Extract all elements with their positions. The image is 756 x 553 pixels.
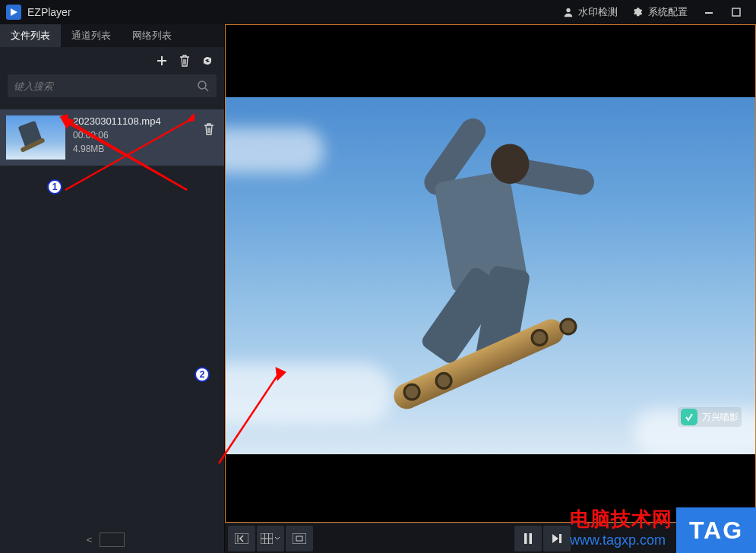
trash-icon	[204, 123, 214, 135]
file-name: 202303011108.mp4	[73, 115, 200, 127]
svg-rect-13	[524, 533, 527, 544]
overlay-site-branding: 电脑技术网 www.tagxp.com	[570, 506, 672, 548]
tab-channel-list[interactable]: 通道列表	[61, 24, 122, 47]
sidebar-tabs: 文件列表 通道列表 网络列表	[0, 24, 224, 47]
overlay-site-name: 电脑技术网	[570, 506, 672, 532]
trash-icon	[179, 55, 190, 67]
file-thumbnail	[6, 115, 65, 160]
user-icon	[563, 7, 574, 17]
watermark-text: 万兴喵影	[702, 411, 739, 424]
file-delete-button[interactable]	[200, 115, 218, 160]
svg-marker-0	[11, 8, 17, 16]
search-box[interactable]	[8, 74, 217, 97]
sidebar-toolbar	[0, 47, 224, 68]
maximize-icon	[732, 8, 741, 17]
annotation-badge-1: 1	[47, 179, 62, 194]
pause-button[interactable]	[514, 526, 542, 551]
fullscreen-icon	[293, 533, 306, 544]
maximize-button[interactable]	[723, 0, 750, 24]
svg-point-4	[198, 81, 206, 89]
next-icon	[552, 533, 562, 544]
video-watermark: 万兴喵影	[678, 407, 742, 427]
pagination: < >	[0, 526, 224, 553]
refresh-icon	[201, 55, 214, 67]
watermark-detect-button[interactable]: 水印检测	[555, 0, 625, 24]
pause-icon	[524, 533, 533, 544]
svg-rect-11	[293, 533, 306, 544]
video-frame: 万兴喵影	[226, 97, 755, 454]
grid-icon	[261, 533, 273, 544]
chevron-down-icon	[274, 536, 280, 542]
toggle-sidebar-button[interactable]	[228, 526, 255, 551]
sidebar: 文件列表 通道列表 网络列表 202303011	[0, 24, 225, 553]
overlay-tag-badge: TAG	[676, 507, 756, 553]
svg-rect-2	[705, 12, 713, 14]
player-area: 万兴喵影	[225, 24, 756, 553]
video-surface[interactable]: 万兴喵影	[225, 24, 756, 523]
file-duration: 00:00:06	[73, 130, 200, 141]
search-input[interactable]	[14, 81, 197, 92]
plus-icon	[156, 55, 168, 67]
svg-rect-5	[235, 533, 248, 544]
svg-rect-14	[530, 533, 533, 544]
collapse-icon	[235, 533, 248, 544]
minimize-button[interactable]	[695, 0, 723, 24]
file-item[interactable]: 202303011108.mp4 00:00:06 4.98MB	[0, 109, 224, 166]
watermark-icon	[681, 409, 697, 425]
svg-rect-3	[732, 8, 740, 16]
annotation-badge-2: 2	[195, 367, 210, 382]
tab-file-list[interactable]: 文件列表	[0, 24, 61, 47]
gear-icon	[633, 7, 644, 17]
overlay-site-url: www.tagxp.com	[570, 532, 672, 548]
next-button[interactable]	[543, 526, 571, 551]
add-button[interactable]	[154, 53, 169, 68]
minimize-icon	[704, 8, 713, 17]
system-config-button[interactable]: 系统配置	[625, 0, 695, 24]
system-config-label: 系统配置	[648, 5, 688, 19]
file-list: 202303011108.mp4 00:00:06 4.98MB	[0, 103, 224, 526]
app-logo	[6, 5, 21, 20]
grid-layout-button[interactable]	[257, 526, 284, 551]
file-meta: 202303011108.mp4 00:00:06 4.98MB	[65, 115, 200, 160]
fullscreen-button[interactable]	[286, 526, 313, 551]
watermark-detect-label: 水印检测	[578, 5, 618, 19]
pager-page-input[interactable]	[100, 532, 124, 547]
svg-marker-15	[552, 534, 558, 543]
pager-prev[interactable]: <	[87, 534, 93, 545]
svg-point-1	[566, 8, 570, 12]
svg-rect-16	[559, 534, 561, 543]
titlebar: EZPlayer 水印检测 系统配置	[0, 0, 756, 24]
app-title: EZPlayer	[27, 6, 71, 18]
delete-all-button[interactable]	[177, 53, 192, 68]
svg-rect-12	[296, 536, 302, 541]
search-icon	[197, 80, 210, 92]
file-size: 4.98MB	[73, 144, 200, 154]
refresh-button[interactable]	[200, 53, 215, 68]
tab-network-list[interactable]: 网络列表	[122, 24, 182, 47]
